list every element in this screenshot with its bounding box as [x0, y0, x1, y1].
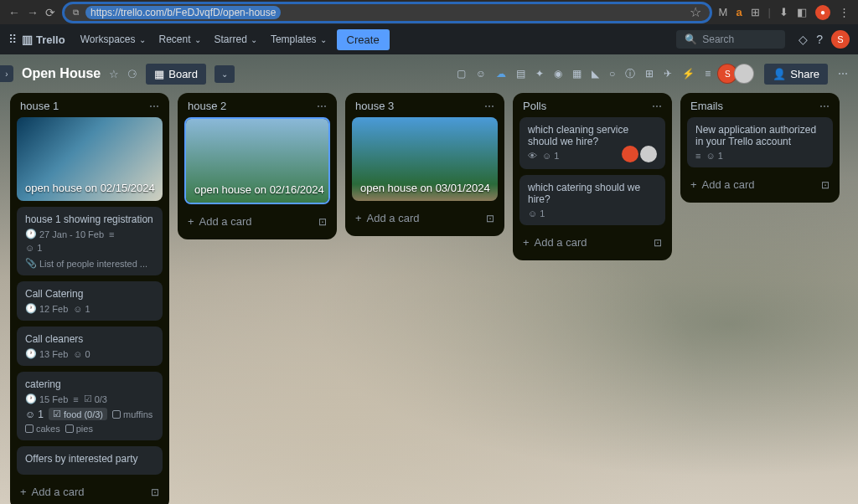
reload-button[interactable]: ⟳	[45, 6, 55, 19]
list-house-2: house 2 ⋯ open house on 02/16/2024 + Add…	[178, 93, 337, 239]
notifications-icon[interactable]: ◇	[799, 33, 808, 46]
add-card-button[interactable]: + Add a card ⊡	[687, 173, 833, 196]
forward-button[interactable]: →	[27, 6, 39, 19]
url-bar[interactable]: ⧉ https://trello.com/b/FeDJvqfD/open-hou…	[62, 2, 712, 23]
trello-logo[interactable]: ▥ Trello	[22, 33, 65, 46]
gmail-icon[interactable]: M	[719, 6, 728, 18]
visibility-icon[interactable]: ⚆	[127, 68, 137, 80]
template-icon[interactable]: ⊡	[151, 486, 159, 498]
list-title[interactable]: Emails	[690, 100, 723, 112]
recent-menu[interactable]: Recent	[154, 30, 206, 49]
template-icon[interactable]: ⊡	[486, 213, 494, 224]
user-avatar[interactable]: S	[831, 30, 850, 49]
browser-bar: ← → ⟳ ⧉ https://trello.com/b/FeDJvqfD/op…	[0, 0, 858, 24]
bookmark-icon[interactable]: ☆	[690, 4, 701, 20]
card-open-house-2[interactable]: open house on 02/16/2024	[184, 117, 330, 204]
card-email-app[interactable]: New application authorized in your Trell…	[687, 117, 833, 167]
powerup9-icon[interactable]: ⊞	[645, 68, 654, 80]
template-icon[interactable]: ⊡	[654, 237, 662, 249]
member-avatars[interactable]: S	[721, 64, 754, 84]
card-open-house-1[interactable]: open house on 02/15/2024	[17, 117, 163, 201]
powerup7-icon[interactable]: ○	[609, 68, 615, 80]
comments-badge: ☺ 1	[542, 151, 559, 161]
site-info-icon[interactable]: ⧉	[73, 8, 79, 18]
powerup6-icon[interactable]: ◣	[592, 68, 599, 80]
app-switcher-icon[interactable]: ⠿	[8, 33, 17, 46]
card-cover: open house on 02/15/2024	[17, 117, 163, 201]
help-icon[interactable]: ?	[816, 33, 823, 46]
filter-icon[interactable]: ≡	[705, 68, 711, 80]
calendar-icon[interactable]: ▢	[457, 68, 466, 80]
card-call-catering[interactable]: Call Catering 🕐 12 Feb ☺ 1	[17, 281, 163, 321]
amazon-icon[interactable]: a	[736, 6, 742, 18]
workspaces-menu[interactable]: Workspaces	[75, 30, 151, 49]
plus-icon: +	[355, 212, 362, 224]
browser-menu-icon[interactable]: ⋮	[839, 6, 850, 18]
list-menu-icon[interactable]: ⋯	[819, 100, 830, 112]
add-card-button[interactable]: + Add a card ⊡	[184, 210, 330, 233]
comments-badge: ☺ 1	[25, 408, 44, 420]
plus-icon: +	[690, 178, 697, 191]
search-icon: 🔍	[685, 33, 697, 45]
comments-badge: ☺ 1	[73, 304, 90, 314]
share-icon: 👤	[773, 68, 786, 80]
card-registration[interactable]: house 1 showing registration 🕐 27 Jan - …	[17, 207, 163, 275]
description-icon: ≡	[73, 394, 78, 404]
list-emails: Emails ⋯ New application authorized in y…	[680, 93, 840, 203]
card-catering[interactable]: catering 🕐 15 Feb ≡ ☑ 0/3 ☺ 1 ☑ food (0/…	[17, 372, 163, 440]
list-polls: Polls ⋯ which cleaning service should we…	[513, 93, 672, 260]
automation-icon[interactable]: ⚡	[682, 68, 695, 80]
powerup2-icon[interactable]: ▤	[516, 68, 525, 80]
check-pies: pies	[65, 424, 93, 434]
panel-icon[interactable]: ◧	[797, 6, 807, 18]
view-switcher-dropdown[interactable]: ⌄	[214, 65, 235, 83]
member-avatar[interactable]	[622, 146, 638, 162]
share-button[interactable]: 👤 Share	[764, 64, 828, 85]
list-title[interactable]: house 3	[355, 100, 394, 112]
card-call-cleaners[interactable]: Call cleaners 🕐 13 Feb ☺ 0	[17, 327, 163, 366]
list-menu-icon[interactable]: ⋯	[484, 100, 494, 112]
back-button[interactable]: ←	[8, 6, 20, 19]
member-avatar[interactable]	[640, 146, 657, 162]
search-input[interactable]: 🔍 Search	[676, 30, 785, 49]
list-menu-icon[interactable]: ⋯	[317, 100, 327, 112]
board-menu-icon[interactable]: ⋯	[838, 68, 848, 80]
downloads-icon[interactable]: ⬇	[779, 6, 788, 18]
add-card-button[interactable]: + Add a card ⊡	[17, 481, 163, 503]
browser-profile-avatar[interactable]: ●	[815, 5, 830, 20]
list-menu-icon[interactable]: ⋯	[149, 100, 159, 112]
add-card-button[interactable]: + Add a card ⊡	[352, 207, 498, 229]
comments-badge: ☺ 1	[25, 243, 42, 253]
card-open-house-3[interactable]: open house on 03/01/2024	[352, 117, 498, 201]
sidebar-toggle[interactable]: ›	[0, 65, 13, 82]
starred-menu[interactable]: Starred	[209, 30, 262, 49]
template-icon[interactable]: ⊡	[821, 179, 830, 191]
description-icon: ≡	[109, 229, 114, 239]
star-board-icon[interactable]: ☆	[109, 68, 119, 80]
card-catering-poll[interactable]: which catering should we hire? ☺ 1	[519, 175, 665, 225]
create-button[interactable]: Create	[337, 29, 390, 50]
member-avatar-2[interactable]	[734, 64, 754, 84]
watch-icon: 👁	[528, 151, 537, 161]
add-card-button[interactable]: + Add a card ⊡	[519, 231, 665, 254]
template-icon[interactable]: ⊡	[318, 216, 327, 228]
powerup5-icon[interactable]: ▦	[572, 68, 581, 80]
card-offers[interactable]: Offers by interested party	[17, 446, 163, 475]
card-cleaning-poll[interactable]: which cleaning service should we hire? 👁…	[519, 117, 665, 169]
powerup10-icon[interactable]: ✈	[664, 68, 672, 80]
board-view-button[interactable]: ▦ Board	[146, 64, 206, 85]
board-view-icon: ▦	[154, 68, 164, 80]
list-title[interactable]: Polls	[523, 100, 546, 112]
templates-menu[interactable]: Templates	[266, 30, 332, 49]
emoji-icon[interactable]: ☺	[476, 68, 486, 80]
board-title[interactable]: Open House	[22, 66, 101, 81]
powerup8-icon[interactable]: ⓘ	[625, 67, 635, 81]
powerup4-icon[interactable]: ◉	[554, 68, 562, 80]
extensions-icon[interactable]: ⊞	[751, 6, 760, 18]
list-title[interactable]: house 2	[188, 100, 226, 112]
list-title[interactable]: house 1	[20, 100, 59, 112]
list-menu-icon[interactable]: ⋯	[652, 100, 662, 112]
powerup3-icon[interactable]: ✦	[535, 68, 544, 80]
powerup1-icon[interactable]: ☁	[496, 68, 506, 80]
date-badge: 🕐 15 Feb	[25, 393, 68, 404]
